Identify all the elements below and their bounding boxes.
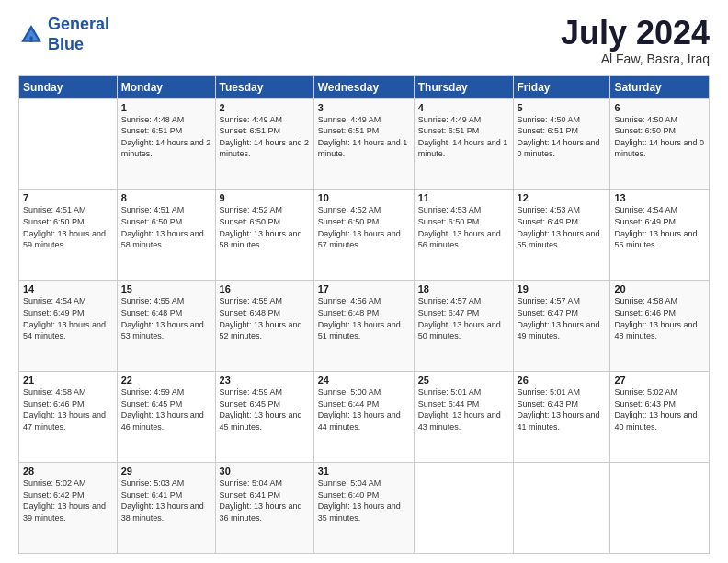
calendar-cell: 4Sunrise: 4:49 AMSunset: 6:51 PMDaylight… xyxy=(414,98,513,190)
calendar-cell: 30Sunrise: 5:04 AMSunset: 6:41 PMDayligh… xyxy=(215,463,313,554)
day-info: Sunrise: 4:56 AMSunset: 6:48 PMDaylight:… xyxy=(318,295,410,341)
day-number: 29 xyxy=(121,465,211,477)
day-info: Sunrise: 5:02 AMSunset: 6:42 PMDaylight:… xyxy=(23,477,113,523)
day-number: 1 xyxy=(121,102,211,113)
day-number: 20 xyxy=(614,283,705,294)
day-info: Sunrise: 4:57 AMSunset: 6:47 PMDaylight:… xyxy=(418,295,509,341)
day-info: Sunrise: 4:49 AMSunset: 6:51 PMDaylight:… xyxy=(318,114,410,160)
day-number: 23 xyxy=(220,374,310,385)
day-info: Sunrise: 4:48 AMSunset: 6:51 PMDaylight:… xyxy=(121,114,211,160)
day-info: Sunrise: 4:55 AMSunset: 6:48 PMDaylight:… xyxy=(121,295,211,341)
header-wednesday: Wednesday xyxy=(313,75,414,98)
calendar-cell: 16Sunrise: 4:55 AMSunset: 6:48 PMDayligh… xyxy=(215,281,313,372)
week-row-2: 14Sunrise: 4:54 AMSunset: 6:49 PMDayligh… xyxy=(19,281,710,372)
calendar-cell xyxy=(610,463,710,554)
main-title: July 2024 xyxy=(561,15,710,52)
header-thursday: Thursday xyxy=(414,75,513,98)
day-number: 2 xyxy=(220,102,310,113)
day-info: Sunrise: 4:59 AMSunset: 6:45 PMDaylight:… xyxy=(121,386,211,432)
calendar-cell: 15Sunrise: 4:55 AMSunset: 6:48 PMDayligh… xyxy=(117,281,215,372)
calendar-cell: 28Sunrise: 5:02 AMSunset: 6:42 PMDayligh… xyxy=(19,463,118,554)
calendar-cell: 27Sunrise: 5:02 AMSunset: 6:43 PMDayligh… xyxy=(610,372,710,463)
day-number: 7 xyxy=(23,192,113,203)
week-row-0: 1Sunrise: 4:48 AMSunset: 6:51 PMDaylight… xyxy=(19,98,710,190)
calendar-cell: 29Sunrise: 5:03 AMSunset: 6:41 PMDayligh… xyxy=(117,463,215,554)
calendar-cell: 7Sunrise: 4:51 AMSunset: 6:50 PMDaylight… xyxy=(19,190,118,281)
calendar-cell: 19Sunrise: 4:57 AMSunset: 6:47 PMDayligh… xyxy=(513,281,610,372)
calendar-cell xyxy=(513,463,610,554)
day-number: 15 xyxy=(121,283,211,294)
calendar-cell: 31Sunrise: 5:04 AMSunset: 6:40 PMDayligh… xyxy=(313,463,414,554)
day-info: Sunrise: 5:01 AMSunset: 6:44 PMDaylight:… xyxy=(418,386,509,432)
week-row-3: 21Sunrise: 4:58 AMSunset: 6:46 PMDayligh… xyxy=(19,372,710,463)
day-info: Sunrise: 4:50 AMSunset: 6:51 PMDaylight:… xyxy=(518,114,607,160)
day-number: 22 xyxy=(121,374,211,385)
calendar-cell: 5Sunrise: 4:50 AMSunset: 6:51 PMDaylight… xyxy=(513,98,610,190)
day-number: 28 xyxy=(23,465,113,477)
header-sunday: Sunday xyxy=(19,75,118,98)
logo-line2: Blue xyxy=(48,35,84,53)
subtitle: Al Faw, Basra, Iraq xyxy=(561,52,710,66)
day-info: Sunrise: 5:04 AMSunset: 6:40 PMDaylight:… xyxy=(318,477,410,523)
day-number: 24 xyxy=(318,374,410,385)
day-number: 12 xyxy=(518,192,607,203)
logo: General Blue xyxy=(18,15,109,54)
day-number: 10 xyxy=(318,192,410,203)
calendar-cell: 17Sunrise: 4:56 AMSunset: 6:48 PMDayligh… xyxy=(313,281,414,372)
day-info: Sunrise: 4:51 AMSunset: 6:50 PMDaylight:… xyxy=(121,204,211,250)
calendar-header-row: SundayMondayTuesdayWednesdayThursdayFrid… xyxy=(19,75,710,98)
day-info: Sunrise: 4:53 AMSunset: 6:50 PMDaylight:… xyxy=(418,204,509,250)
header: General Blue July 2024 Al Faw, Basra, Ir… xyxy=(18,15,710,66)
day-info: Sunrise: 4:50 AMSunset: 6:50 PMDaylight:… xyxy=(614,114,705,160)
day-number: 27 xyxy=(614,374,705,385)
day-info: Sunrise: 4:52 AMSunset: 6:50 PMDaylight:… xyxy=(318,204,410,250)
day-info: Sunrise: 4:58 AMSunset: 6:46 PMDaylight:… xyxy=(23,386,113,432)
calendar-cell: 8Sunrise: 4:51 AMSunset: 6:50 PMDaylight… xyxy=(117,190,215,281)
day-info: Sunrise: 5:00 AMSunset: 6:44 PMDaylight:… xyxy=(318,386,410,432)
day-number: 30 xyxy=(220,465,310,477)
day-number: 14 xyxy=(23,283,113,294)
calendar-cell: 26Sunrise: 5:01 AMSunset: 6:43 PMDayligh… xyxy=(513,372,610,463)
day-number: 16 xyxy=(220,283,310,294)
day-info: Sunrise: 4:54 AMSunset: 6:49 PMDaylight:… xyxy=(23,295,113,341)
calendar-cell: 23Sunrise: 4:59 AMSunset: 6:45 PMDayligh… xyxy=(215,372,313,463)
calendar-cell: 25Sunrise: 5:01 AMSunset: 6:44 PMDayligh… xyxy=(414,372,513,463)
logo-text: General Blue xyxy=(48,15,109,54)
day-number: 18 xyxy=(418,283,509,294)
day-info: Sunrise: 4:53 AMSunset: 6:49 PMDaylight:… xyxy=(518,204,607,250)
day-number: 4 xyxy=(418,102,509,113)
day-number: 11 xyxy=(418,192,509,203)
calendar-cell: 2Sunrise: 4:49 AMSunset: 6:51 PMDaylight… xyxy=(215,98,313,190)
calendar-cell: 11Sunrise: 4:53 AMSunset: 6:50 PMDayligh… xyxy=(414,190,513,281)
header-tuesday: Tuesday xyxy=(215,75,313,98)
day-number: 9 xyxy=(220,192,310,203)
day-number: 25 xyxy=(418,374,509,385)
calendar-table: SundayMondayTuesdayWednesdayThursdayFrid… xyxy=(18,75,710,554)
day-number: 8 xyxy=(121,192,211,203)
logo-icon xyxy=(18,22,44,48)
day-info: Sunrise: 4:49 AMSunset: 6:51 PMDaylight:… xyxy=(418,114,509,160)
day-number: 19 xyxy=(518,283,607,294)
day-info: Sunrise: 4:59 AMSunset: 6:45 PMDaylight:… xyxy=(220,386,310,432)
day-number: 31 xyxy=(318,465,410,477)
day-number: 5 xyxy=(518,102,607,113)
day-info: Sunrise: 5:04 AMSunset: 6:41 PMDaylight:… xyxy=(220,477,310,523)
calendar-cell: 24Sunrise: 5:00 AMSunset: 6:44 PMDayligh… xyxy=(313,372,414,463)
page: General Blue July 2024 Al Faw, Basra, Ir… xyxy=(0,0,728,563)
day-info: Sunrise: 5:01 AMSunset: 6:43 PMDaylight:… xyxy=(518,386,607,432)
day-info: Sunrise: 5:02 AMSunset: 6:43 PMDaylight:… xyxy=(614,386,705,432)
day-info: Sunrise: 4:49 AMSunset: 6:51 PMDaylight:… xyxy=(220,114,310,160)
week-row-4: 28Sunrise: 5:02 AMSunset: 6:42 PMDayligh… xyxy=(19,463,710,554)
day-info: Sunrise: 5:03 AMSunset: 6:41 PMDaylight:… xyxy=(121,477,211,523)
day-info: Sunrise: 4:52 AMSunset: 6:50 PMDaylight:… xyxy=(220,204,310,250)
header-friday: Friday xyxy=(513,75,610,98)
calendar-cell xyxy=(19,98,118,190)
calendar-cell: 14Sunrise: 4:54 AMSunset: 6:49 PMDayligh… xyxy=(19,281,118,372)
day-number: 17 xyxy=(318,283,410,294)
calendar-cell: 21Sunrise: 4:58 AMSunset: 6:46 PMDayligh… xyxy=(19,372,118,463)
calendar-cell: 10Sunrise: 4:52 AMSunset: 6:50 PMDayligh… xyxy=(313,190,414,281)
day-number: 3 xyxy=(318,102,410,113)
calendar-cell: 22Sunrise: 4:59 AMSunset: 6:45 PMDayligh… xyxy=(117,372,215,463)
logo-line1: General xyxy=(48,15,109,33)
calendar-cell: 1Sunrise: 4:48 AMSunset: 6:51 PMDaylight… xyxy=(117,98,215,190)
